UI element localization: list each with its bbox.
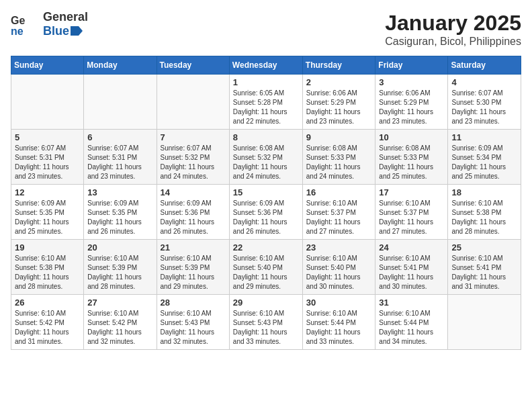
logo-blue: Blue: [43, 24, 69, 38]
calendar-cell: 14Sunrise: 6:09 AM Sunset: 5:36 PM Dayli…: [157, 185, 229, 240]
cell-info: Sunrise: 6:10 AM Sunset: 5:41 PM Dayligh…: [379, 254, 444, 291]
day-number: 25: [451, 242, 517, 253]
day-number: 13: [87, 187, 152, 197]
day-number: 21: [161, 242, 226, 253]
weekday-header-sunday: Sunday: [11, 56, 84, 75]
svg-marker-2: [71, 26, 83, 36]
day-number: 23: [306, 242, 372, 253]
cell-info: Sunrise: 6:10 AM Sunset: 5:43 PM Dayligh…: [233, 309, 299, 347]
calendar-cell: 9Sunrise: 6:08 AM Sunset: 5:33 PM Daylig…: [302, 130, 375, 185]
day-number: 19: [15, 242, 80, 253]
cell-info: Sunrise: 6:07 AM Sunset: 5:30 PM Dayligh…: [451, 89, 517, 126]
svg-text:Ge: Ge: [11, 15, 25, 26]
calendar-cell: 1Sunrise: 6:05 AM Sunset: 5:28 PM Daylig…: [229, 75, 302, 130]
logo-icon: Ge ne: [11, 11, 40, 38]
calendar-cell: 3Sunrise: 6:06 AM Sunset: 5:29 PM Daylig…: [375, 75, 448, 130]
weekday-header-monday: Monday: [84, 56, 157, 75]
calendar-cell: [84, 75, 157, 130]
day-number: 2: [306, 77, 372, 87]
cell-info: Sunrise: 6:10 AM Sunset: 5:41 PM Dayligh…: [451, 254, 517, 291]
cell-info: Sunrise: 6:09 AM Sunset: 5:36 PM Dayligh…: [233, 199, 299, 236]
calendar-cell: 17Sunrise: 6:10 AM Sunset: 5:37 PM Dayli…: [375, 185, 448, 240]
cell-info: Sunrise: 6:10 AM Sunset: 5:37 PM Dayligh…: [306, 199, 372, 236]
calendar-cell: 8Sunrise: 6:08 AM Sunset: 5:32 PM Daylig…: [229, 130, 302, 185]
day-number: 4: [451, 77, 517, 87]
day-number: 14: [161, 187, 226, 197]
day-number: 29: [233, 298, 299, 308]
cell-info: Sunrise: 6:10 AM Sunset: 5:44 PM Dayligh…: [379, 309, 444, 347]
calendar-cell: 2Sunrise: 6:06 AM Sunset: 5:29 PM Daylig…: [302, 75, 375, 130]
day-number: 11: [451, 132, 517, 142]
day-number: 3: [379, 77, 444, 87]
day-number: 30: [306, 298, 372, 308]
cell-info: Sunrise: 6:10 AM Sunset: 5:38 PM Dayligh…: [451, 199, 517, 236]
calendar-cell: 15Sunrise: 6:09 AM Sunset: 5:36 PM Dayli…: [229, 185, 302, 240]
day-number: 20: [87, 242, 152, 253]
calendar-cell: [157, 75, 229, 130]
day-number: 1: [233, 77, 299, 87]
calendar-cell: 12Sunrise: 6:09 AM Sunset: 5:35 PM Dayli…: [11, 185, 84, 240]
calendar-week-row: 1Sunrise: 6:05 AM Sunset: 5:28 PM Daylig…: [11, 75, 521, 130]
cell-info: Sunrise: 6:10 AM Sunset: 5:39 PM Dayligh…: [87, 254, 152, 291]
day-number: 18: [451, 187, 517, 197]
calendar-cell: 26Sunrise: 6:10 AM Sunset: 5:42 PM Dayli…: [11, 295, 84, 350]
svg-text:ne: ne: [11, 26, 24, 37]
weekday-header-thursday: Thursday: [302, 56, 375, 75]
calendar-week-row: 5Sunrise: 6:07 AM Sunset: 5:31 PM Daylig…: [11, 130, 521, 185]
month-title: January 2025: [385, 11, 521, 36]
day-number: 17: [379, 187, 444, 197]
cell-info: Sunrise: 6:06 AM Sunset: 5:29 PM Dayligh…: [379, 89, 444, 126]
cell-info: Sunrise: 6:05 AM Sunset: 5:28 PM Dayligh…: [233, 89, 299, 126]
calendar-cell: 28Sunrise: 6:10 AM Sunset: 5:43 PM Dayli…: [157, 295, 229, 350]
calendar-week-row: 19Sunrise: 6:10 AM Sunset: 5:38 PM Dayli…: [11, 240, 521, 295]
day-number: 31: [379, 298, 444, 308]
calendar-cell: 18Sunrise: 6:10 AM Sunset: 5:38 PM Dayli…: [448, 185, 521, 240]
calendar-cell: 29Sunrise: 6:10 AM Sunset: 5:43 PM Dayli…: [229, 295, 302, 350]
title-block: January 2025 Casiguran, Bicol, Philippin…: [385, 11, 521, 48]
calendar-cell: 22Sunrise: 6:10 AM Sunset: 5:40 PM Dayli…: [229, 240, 302, 295]
cell-info: Sunrise: 6:09 AM Sunset: 5:35 PM Dayligh…: [87, 199, 152, 236]
cell-info: Sunrise: 6:10 AM Sunset: 5:40 PM Dayligh…: [233, 254, 299, 291]
day-number: 10: [379, 132, 444, 142]
logo-general: General: [43, 10, 88, 24]
calendar-cell: 31Sunrise: 6:10 AM Sunset: 5:44 PM Dayli…: [375, 295, 448, 350]
calendar-cell: 30Sunrise: 6:10 AM Sunset: 5:44 PM Dayli…: [302, 295, 375, 350]
logo: Ge ne General Blue: [11, 11, 88, 38]
cell-info: Sunrise: 6:07 AM Sunset: 5:31 PM Dayligh…: [87, 144, 152, 181]
calendar-cell: 19Sunrise: 6:10 AM Sunset: 5:38 PM Dayli…: [11, 240, 84, 295]
calendar-table: SundayMondayTuesdayWednesdayThursdayFrid…: [11, 56, 521, 350]
day-number: 5: [15, 132, 80, 142]
cell-info: Sunrise: 6:07 AM Sunset: 5:31 PM Dayligh…: [15, 144, 80, 181]
cell-info: Sunrise: 6:08 AM Sunset: 5:33 PM Dayligh…: [306, 144, 372, 181]
day-number: 9: [306, 132, 372, 142]
cell-info: Sunrise: 6:10 AM Sunset: 5:40 PM Dayligh…: [306, 254, 372, 291]
cell-info: Sunrise: 6:10 AM Sunset: 5:38 PM Dayligh…: [15, 254, 80, 291]
calendar-cell: 7Sunrise: 6:07 AM Sunset: 5:32 PM Daylig…: [157, 130, 229, 185]
calendar-cell: [448, 295, 521, 350]
day-number: 15: [233, 187, 299, 197]
day-number: 6: [87, 132, 152, 142]
day-number: 12: [15, 187, 80, 197]
calendar-cell: 20Sunrise: 6:10 AM Sunset: 5:39 PM Dayli…: [84, 240, 157, 295]
calendar-cell: 24Sunrise: 6:10 AM Sunset: 5:41 PM Dayli…: [375, 240, 448, 295]
cell-info: Sunrise: 6:10 AM Sunset: 5:39 PM Dayligh…: [161, 254, 226, 291]
calendar-cell: 4Sunrise: 6:07 AM Sunset: 5:30 PM Daylig…: [448, 75, 521, 130]
day-number: 24: [379, 242, 444, 253]
day-number: 16: [306, 187, 372, 197]
day-number: 22: [233, 242, 299, 253]
calendar-cell: 5Sunrise: 6:07 AM Sunset: 5:31 PM Daylig…: [11, 130, 84, 185]
day-number: 26: [15, 298, 80, 308]
cell-info: Sunrise: 6:07 AM Sunset: 5:32 PM Dayligh…: [161, 144, 226, 181]
cell-info: Sunrise: 6:10 AM Sunset: 5:42 PM Dayligh…: [87, 309, 152, 347]
cell-info: Sunrise: 6:09 AM Sunset: 5:36 PM Dayligh…: [161, 199, 226, 236]
day-number: 7: [161, 132, 226, 142]
calendar-cell: 6Sunrise: 6:07 AM Sunset: 5:31 PM Daylig…: [84, 130, 157, 185]
weekday-header-wednesday: Wednesday: [229, 56, 302, 75]
calendar-cell: 21Sunrise: 6:10 AM Sunset: 5:39 PM Dayli…: [157, 240, 229, 295]
cell-info: Sunrise: 6:10 AM Sunset: 5:37 PM Dayligh…: [379, 199, 444, 236]
calendar-cell: [11, 75, 84, 130]
weekday-header-friday: Friday: [375, 56, 448, 75]
page-header: Ge ne General Blue January 2025 Casigura…: [11, 11, 521, 48]
cell-info: Sunrise: 6:10 AM Sunset: 5:42 PM Dayligh…: [15, 309, 80, 347]
day-number: 8: [233, 132, 299, 142]
